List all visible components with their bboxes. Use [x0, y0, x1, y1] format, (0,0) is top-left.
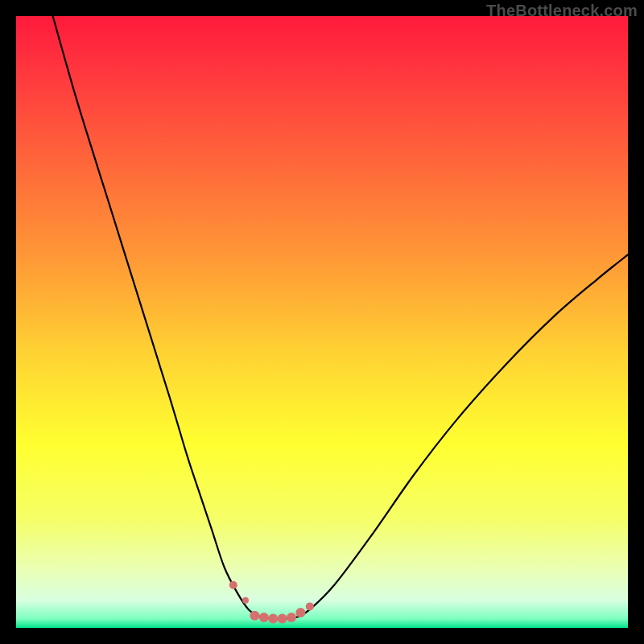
valley-markers — [229, 581, 314, 624]
valley-marker — [250, 611, 259, 621]
valley-marker — [295, 608, 305, 617]
valley-marker — [268, 614, 278, 624]
valley-marker — [229, 581, 237, 589]
chart-stage: TheBottleneck.com — [0, 0, 644, 644]
bottleneck-curve — [53, 16, 628, 619]
plot-area — [16, 16, 628, 628]
valley-marker — [287, 613, 296, 622]
valley-marker — [242, 597, 249, 604]
valley-marker — [306, 602, 314, 610]
valley-marker — [278, 614, 287, 624]
valley-marker — [259, 613, 269, 622]
watermark-text: TheBottleneck.com — [486, 2, 638, 20]
curve-layer — [16, 16, 628, 628]
